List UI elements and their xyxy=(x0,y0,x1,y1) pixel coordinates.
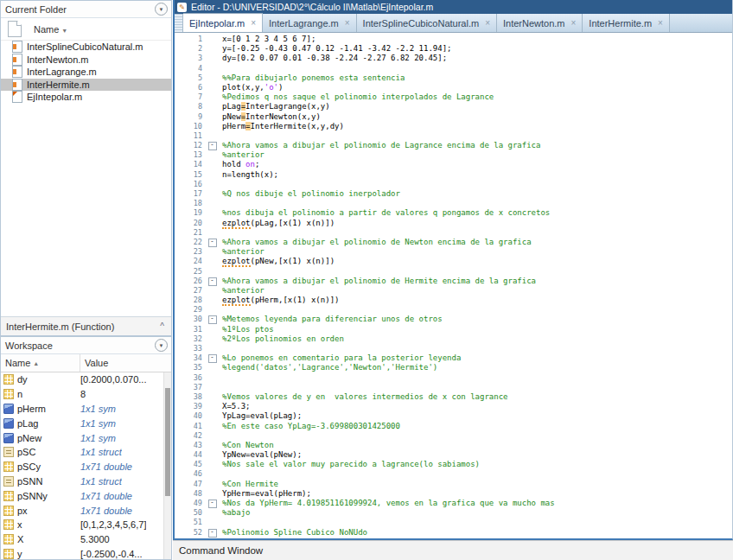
line-number[interactable]: 36 xyxy=(175,373,205,383)
current-folder-column-header[interactable]: Name▼ xyxy=(1,18,171,41)
fold-collapse-icon[interactable]: - xyxy=(208,354,217,363)
code-line[interactable]: 50%abajo xyxy=(175,508,732,518)
line-number[interactable]: 37 xyxy=(175,383,205,392)
code-line[interactable]: 37 xyxy=(175,383,732,392)
editor-tab[interactable]: InterLagrange.m× xyxy=(263,14,357,32)
code-line[interactable]: 10pHerm=InterHermite(x,y,dy) xyxy=(175,122,732,131)
fold-collapse-icon[interactable]: - xyxy=(208,239,217,247)
editor-tab[interactable]: EjIntepolar.m× xyxy=(183,13,263,32)
line-number[interactable]: 40 xyxy=(175,411,205,421)
line-number[interactable]: 3 xyxy=(175,54,205,63)
line-number[interactable]: 15 xyxy=(175,170,205,180)
line-number[interactable]: 29 xyxy=(175,305,205,315)
workspace-variable-row[interactable]: pSNN1x1 struct xyxy=(1,474,164,489)
line-number[interactable]: 45 xyxy=(175,460,205,469)
line-number[interactable]: 18 xyxy=(175,199,205,208)
tab-close-icon[interactable]: × xyxy=(571,18,577,28)
code-line[interactable]: 36 xyxy=(175,373,732,383)
editor-tab[interactable]: InterSplineCubicoNatural.m× xyxy=(357,14,497,32)
line-number[interactable]: 48 xyxy=(175,489,205,499)
workspace-scrollbar-thumb[interactable] xyxy=(165,388,170,496)
code-line[interactable]: 40YpLag=eval(pLag); xyxy=(175,411,732,421)
line-number[interactable]: 22 xyxy=(175,238,205,247)
line-number[interactable]: 26 xyxy=(175,277,205,286)
tab-close-icon[interactable]: × xyxy=(345,18,350,28)
line-number[interactable]: 25 xyxy=(175,267,205,277)
code-line[interactable]: 29 xyxy=(175,305,732,315)
fold-collapse-icon[interactable]: - xyxy=(208,315,217,324)
code-line[interactable]: 42 xyxy=(175,431,732,441)
line-number[interactable]: 49 xyxy=(175,499,205,508)
file-row[interactable]: InterHermite.m xyxy=(1,79,171,92)
line-number[interactable]: 20 xyxy=(175,219,205,228)
line-number[interactable]: 43 xyxy=(175,441,205,450)
line-number[interactable]: 42 xyxy=(175,431,205,441)
code-line[interactable]: 26-%Ahora vamos a dibujar el polinomio d… xyxy=(175,277,732,286)
code-line[interactable]: 46 xyxy=(175,469,732,479)
line-number[interactable]: 21 xyxy=(175,228,205,238)
line-number[interactable]: 38 xyxy=(175,392,205,402)
code-line[interactable]: 32%2ºLos polinomios en orden xyxy=(175,334,732,344)
code-line[interactable]: 12-%Ahora vamos a dibujar el polinomio d… xyxy=(175,141,732,150)
line-number[interactable]: 32 xyxy=(175,334,205,344)
workspace-variable-row[interactable]: pNew1x1 sym xyxy=(1,430,164,445)
code-line[interactable]: 43%Con Newton xyxy=(175,441,732,450)
line-number[interactable]: 44 xyxy=(175,450,205,460)
workspace-scrollbar[interactable] xyxy=(163,372,171,559)
code-line[interactable]: 34-%Lo ponemos en comentario para la pos… xyxy=(175,353,732,363)
code-line[interactable]: 3dy=[0.2 0.07 0.01 -0.38 -2.24 -2.27 6.8… xyxy=(175,54,732,63)
code-line[interactable]: 39X=5.3; xyxy=(175,402,732,411)
line-number[interactable]: 13 xyxy=(175,150,205,160)
workspace-variable-row[interactable]: pHerm1x1 sym xyxy=(1,402,164,417)
workspace-variable-row[interactable]: px1x71 double xyxy=(1,503,164,518)
line-number[interactable]: 2 xyxy=(175,44,205,54)
code-line[interactable]: 47%Con Hermite xyxy=(175,480,732,489)
code-line[interactable]: 38%Vemos valores de y en valores interme… xyxy=(175,392,732,402)
line-number[interactable]: 16 xyxy=(175,180,205,189)
line-number[interactable]: 28 xyxy=(175,296,205,305)
current-folder-menu-button[interactable]: ▼ xyxy=(155,3,168,16)
file-row[interactable]: InterLagrange.m xyxy=(1,66,171,79)
line-number[interactable]: 31 xyxy=(175,325,205,334)
code-line[interactable]: 33 xyxy=(175,344,732,353)
workspace-variable-row[interactable]: pSCy1x71 double xyxy=(1,460,164,474)
code-line[interactable]: 7%Pedimos q nos saque el polinomio inter… xyxy=(175,92,732,102)
workspace-value-column[interactable]: Value xyxy=(80,358,108,368)
code-line[interactable]: 14hold on; xyxy=(175,160,732,169)
workspace-name-column[interactable]: Name▲ xyxy=(1,354,80,372)
code-line[interactable]: 17%Q nos dibuje el polinomio inerpolador xyxy=(175,189,732,199)
tab-close-icon[interactable]: × xyxy=(251,18,256,28)
code-line[interactable]: 6plot(x,y,'o') xyxy=(175,83,732,92)
code-line[interactable]: 30-%Metemos leyenda para diferenciar uno… xyxy=(175,315,732,324)
code-line[interactable]: 21 xyxy=(175,228,732,238)
fold-collapse-icon[interactable]: - xyxy=(208,277,217,286)
name-column-header[interactable]: Name▼ xyxy=(34,24,67,35)
line-number[interactable]: 52 xyxy=(175,528,205,538)
collapse-icon[interactable]: ^ xyxy=(160,321,164,331)
line-number[interactable]: 30 xyxy=(175,315,205,324)
code-line[interactable]: 15n=length(x); xyxy=(175,170,732,180)
code-line[interactable]: 49-%Nos da YpHerm= 4.019851161099924, ve… xyxy=(175,499,732,508)
code-line[interactable]: 23%anterior xyxy=(175,247,732,257)
code-line[interactable]: 20ezplot(pLag,[x(1) x(n)]) xyxy=(175,219,732,228)
line-number[interactable]: 19 xyxy=(175,208,205,218)
tab-close-icon[interactable]: × xyxy=(485,18,490,28)
file-row[interactable]: InterSplineCubicoNatural.m xyxy=(1,41,171,54)
workspace-variable-row[interactable]: pLag1x1 sym xyxy=(1,416,164,430)
code-line[interactable]: 48YpHerm=eval(pHerm); xyxy=(175,489,732,499)
code-line[interactable]: 16 xyxy=(175,180,732,189)
fold-collapse-icon[interactable]: - xyxy=(208,500,217,508)
file-details-bar[interactable]: InterHermite.m (Function) ^ xyxy=(1,316,171,335)
code-line[interactable]: 18 xyxy=(175,199,732,208)
line-number[interactable]: 8 xyxy=(175,102,205,111)
line-number[interactable]: 41 xyxy=(175,422,205,431)
line-number[interactable]: 50 xyxy=(175,508,205,518)
line-number[interactable]: 24 xyxy=(175,257,205,266)
editor-tab[interactable]: InterHermite.m× xyxy=(583,14,670,32)
code-line[interactable]: 31%1ºLos ptos xyxy=(175,325,732,334)
command-window-bar[interactable]: Command Window xyxy=(173,540,733,560)
tab-close-icon[interactable]: × xyxy=(658,18,663,28)
code-line[interactable]: 27%anterior xyxy=(175,286,732,296)
code-line[interactable]: 19%nos dibuja el polinomio a partir de v… xyxy=(175,208,732,218)
code-line[interactable]: 1x=[0 1 2 3 4 5 6 7]; xyxy=(175,35,732,44)
